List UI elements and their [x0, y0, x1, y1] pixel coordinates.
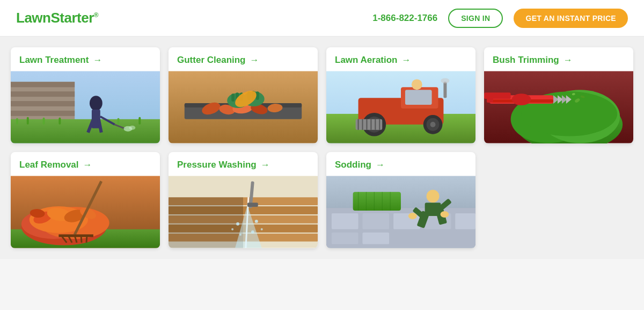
site-header: LawnStarter® 1-866-822-1766 SIGN IN GET …: [0, 0, 644, 37]
svg-rect-21: [138, 117, 141, 125]
card-title-bush-trimming: Bush Trimming →: [484, 47, 633, 71]
card-image-sodding: [326, 176, 475, 248]
svg-rect-119: [332, 233, 358, 244]
svg-rect-32: [231, 93, 235, 102]
svg-point-104: [236, 222, 239, 226]
service-title: Sodding: [335, 160, 371, 170]
svg-point-109: [251, 230, 254, 234]
card-image-bush-trimming: [484, 71, 633, 143]
sign-in-button[interactable]: SIGN IN: [448, 9, 503, 28]
service-title: Lawn Aeration: [335, 55, 398, 66]
svg-point-107: [261, 228, 263, 230]
svg-rect-7: [11, 119, 160, 143]
card-lawn-aeration[interactable]: Lawn Aeration →: [326, 47, 475, 143]
card-title-gutter-cleaning: Gutter Cleaning →: [169, 47, 318, 71]
svg-rect-73: [484, 92, 511, 99]
svg-rect-58: [443, 82, 447, 98]
card-image-lawn-treatment: [11, 71, 160, 143]
card-image-lawn-aeration: [326, 71, 475, 143]
svg-point-106: [255, 220, 258, 223]
site-logo[interactable]: LawnStarter®: [16, 10, 98, 26]
arrow-icon: →: [261, 160, 270, 170]
service-title: Bush Trimming: [493, 55, 559, 66]
services-grid-row1: Lawn Treatment →: [11, 47, 633, 143]
service-title: Lawn Treatment: [19, 55, 89, 66]
card-gutter-cleaning[interactable]: Gutter Cleaning →: [169, 47, 318, 143]
service-title: Pressure Washing: [177, 160, 257, 170]
svg-rect-17: [27, 117, 29, 125]
card-sodding[interactable]: Sodding →: [326, 152, 475, 248]
card-title-leaf-removal: Leaf Removal →: [11, 152, 160, 176]
svg-point-108: [239, 234, 241, 236]
svg-point-105: [231, 228, 233, 230]
svg-rect-111: [247, 203, 258, 207]
card-image-leaf-removal: [11, 176, 160, 248]
phone-number[interactable]: 1-866-822-1766: [372, 13, 437, 24]
header-nav: 1-866-822-1766 SIGN IN GET AN INSTANT PR…: [372, 9, 628, 28]
svg-rect-3: [11, 91, 75, 97]
svg-rect-43: [405, 90, 432, 105]
card-title-sodding: Sodding →: [326, 152, 475, 176]
logo-sup: ®: [94, 11, 98, 19]
arrow-icon: →: [564, 55, 573, 66]
card-title-lawn-aeration: Lawn Aeration →: [326, 47, 475, 71]
svg-rect-18: [43, 118, 45, 125]
svg-rect-16: [16, 118, 18, 125]
arrow-icon: →: [402, 55, 411, 66]
empty-slot: [484, 152, 633, 248]
svg-point-133: [408, 213, 417, 219]
svg-point-72: [512, 93, 531, 105]
card-title-lawn-treatment: Lawn Treatment →: [11, 47, 160, 71]
arrow-icon: →: [93, 55, 102, 66]
svg-point-59: [441, 78, 449, 83]
instant-price-button[interactable]: GET AN INSTANT PRICE: [514, 9, 628, 28]
logo-text: LawnStarter: [16, 10, 94, 26]
card-leaf-removal[interactable]: Leaf Removal →: [11, 152, 160, 248]
service-title: Gutter Cleaning: [177, 55, 246, 66]
svg-rect-50: [356, 119, 383, 130]
svg-point-134: [440, 211, 449, 218]
svg-rect-2: [11, 82, 75, 87]
svg-rect-37: [256, 91, 259, 100]
card-pressure-washing[interactable]: Pressure Washing →: [169, 152, 318, 248]
card-lawn-treatment[interactable]: Lawn Treatment →: [11, 47, 160, 143]
card-bush-trimming[interactable]: Bush Trimming →: [484, 47, 633, 143]
service-title: Leaf Removal: [19, 160, 79, 170]
svg-rect-5: [11, 111, 75, 116]
svg-line-94: [86, 236, 87, 243]
svg-point-57: [412, 79, 422, 90]
svg-rect-114: [332, 213, 358, 229]
services-grid-row2: Leaf Removal →: [11, 152, 633, 248]
arrow-icon: →: [376, 160, 385, 170]
svg-rect-115: [363, 213, 390, 229]
svg-point-15: [129, 126, 135, 130]
svg-rect-118: [455, 213, 475, 229]
svg-rect-4: [11, 101, 75, 106]
arrow-icon: →: [83, 160, 92, 170]
card-image-gutter-cleaning: [169, 71, 318, 143]
svg-rect-101: [169, 197, 243, 248]
svg-rect-120: [363, 233, 390, 244]
svg-point-127: [427, 190, 440, 203]
svg-rect-20: [118, 118, 120, 125]
svg-point-8: [90, 96, 103, 111]
svg-line-93: [81, 236, 82, 243]
svg-point-49: [430, 122, 436, 127]
card-title-pressure-washing: Pressure Washing →: [169, 152, 318, 176]
services-main: Lawn Treatment →: [0, 37, 644, 259]
arrow-icon: →: [250, 55, 259, 66]
card-image-pressure-washing: [169, 176, 318, 248]
svg-rect-19: [58, 118, 61, 125]
svg-rect-121: [353, 192, 401, 211]
